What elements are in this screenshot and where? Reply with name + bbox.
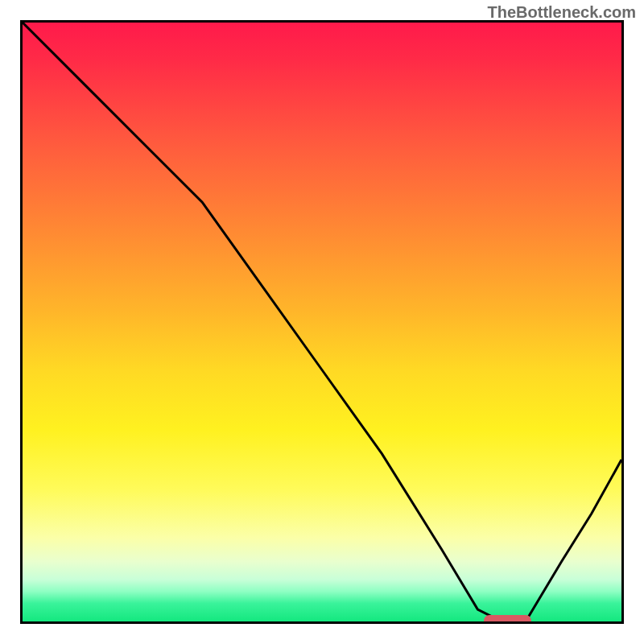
bottleneck-curve [23,23,621,621]
optimal-range-marker [484,615,532,624]
watermark-text: TheBottleneck.com [488,3,636,22]
chart-plot-area [20,20,624,624]
